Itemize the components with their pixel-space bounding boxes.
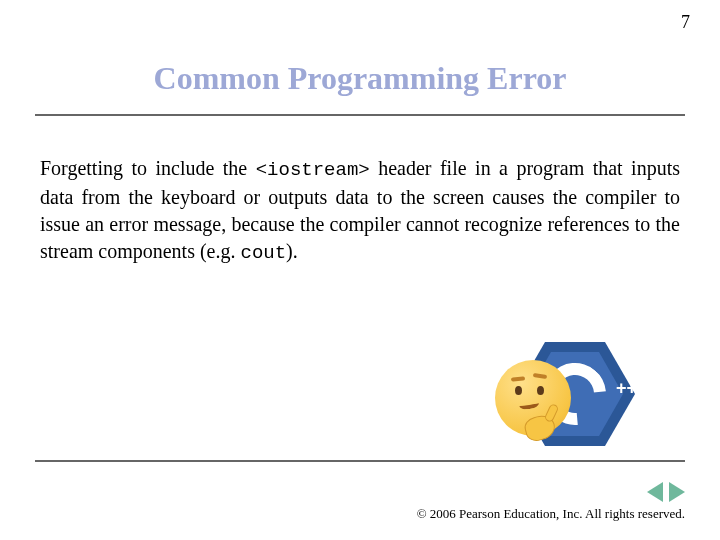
eye-left	[515, 386, 522, 395]
thinking-face-emoji-icon	[495, 360, 571, 436]
previous-slide-button[interactable]	[647, 482, 663, 502]
mouth	[518, 399, 539, 411]
body-text-3: ).	[286, 240, 298, 262]
eye-right	[537, 386, 544, 395]
body-text-1: Forgetting to include the	[40, 157, 256, 179]
next-slide-button[interactable]	[669, 482, 685, 502]
slide-title: Common Programming Error	[0, 60, 720, 97]
brow-left	[511, 376, 525, 381]
title-underline	[35, 114, 685, 116]
page-number: 7	[681, 12, 690, 33]
cpp-thinking-image: ++	[500, 330, 650, 460]
footer-underline	[35, 460, 685, 462]
finger	[544, 403, 560, 423]
plus-plus-text: ++	[616, 378, 637, 399]
nav-arrows	[647, 482, 685, 502]
brow-right	[533, 373, 547, 379]
code-iostream: <iostream>	[256, 159, 370, 181]
code-cout: cout	[241, 242, 287, 264]
copyright-text: © 2006 Pearson Education, Inc. All right…	[417, 506, 685, 522]
body-paragraph: Forgetting to include the <iostream> hea…	[40, 155, 680, 266]
